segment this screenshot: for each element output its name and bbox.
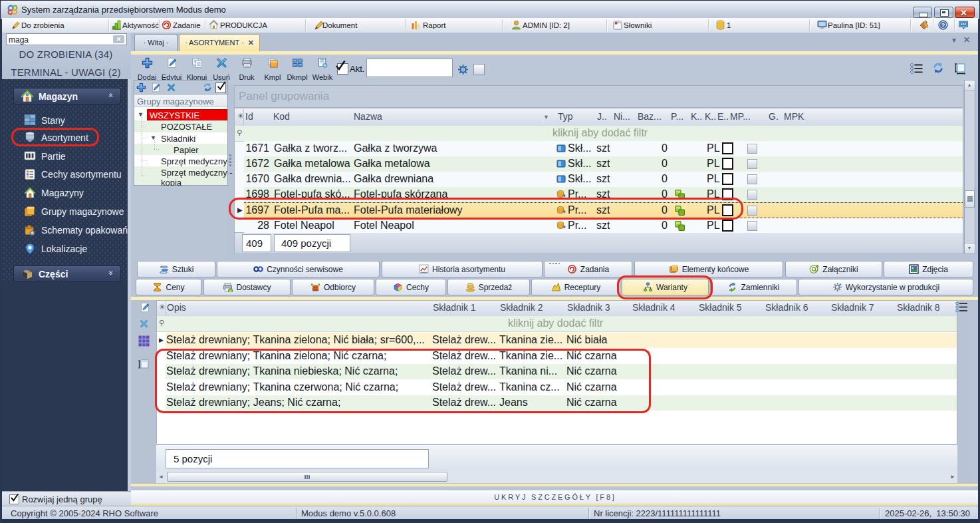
svg-text:?: ? <box>941 21 945 29</box>
